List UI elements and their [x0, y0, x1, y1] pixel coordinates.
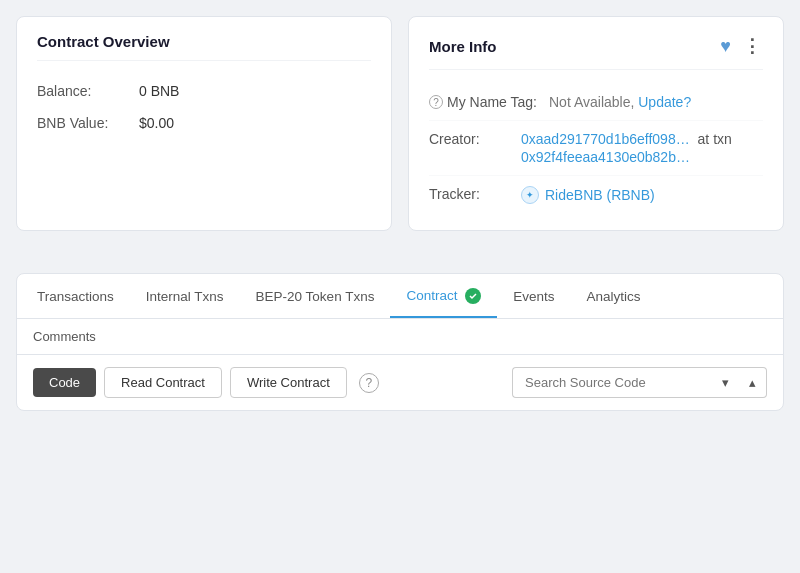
update-link[interactable]: Update? — [638, 94, 691, 110]
bnb-value: $0.00 — [139, 115, 174, 131]
tracker-icon: ✦ — [521, 186, 539, 204]
toolbar-help-icon[interactable]: ? — [359, 373, 379, 393]
balance-row: Balance: 0 BNB — [37, 75, 371, 107]
tab-bep20-token-txns[interactable]: BEP-20 Token Txns — [240, 275, 391, 318]
tabs-section: Transactions Internal Txns BEP-20 Token … — [16, 273, 784, 411]
tab-internal-txns[interactable]: Internal Txns — [130, 275, 240, 318]
contract-overview-card: Contract Overview Balance: 0 BNB BNB Val… — [16, 16, 392, 231]
tab-analytics[interactable]: Analytics — [570, 275, 656, 318]
code-toolbar: Code Read Contract Write Contract ? ▾ ▴ — [17, 355, 783, 410]
tabs-nav: Transactions Internal Txns BEP-20 Token … — [17, 274, 783, 319]
search-chevron-up-button[interactable]: ▴ — [739, 367, 767, 398]
tracker-row: Tracker: ✦ RideBNB (RBNB) — [429, 176, 763, 214]
more-options-button[interactable]: ⋮ — [741, 33, 763, 59]
read-contract-button[interactable]: Read Contract — [104, 367, 222, 398]
more-info-actions: ♥ ⋮ — [718, 33, 763, 59]
creator-label: Creator: — [429, 131, 509, 147]
more-info-card: More Info ♥ ⋮ ? My Name Tag: Not Availab… — [408, 16, 784, 231]
more-info-header: More Info ♥ ⋮ — [429, 33, 763, 70]
bnb-value-row: BNB Value: $0.00 — [37, 107, 371, 139]
tab-contract[interactable]: Contract — [390, 274, 497, 318]
balance-value: 0 BNB — [139, 83, 179, 99]
name-tag-row: ? My Name Tag: Not Available, Update? — [429, 84, 763, 121]
verified-badge — [465, 288, 481, 304]
name-tag-label: ? My Name Tag: — [429, 94, 537, 110]
creator-at: at txn — [698, 131, 732, 147]
creator-address-line: 0xaad291770d1b6eff098… at txn — [521, 131, 736, 147]
dots-icon: ⋮ — [743, 35, 761, 57]
bnb-value-label: BNB Value: — [37, 115, 127, 131]
chevron-up-icon: ▴ — [749, 375, 756, 390]
chevron-down-icon: ▾ — [722, 375, 729, 390]
search-container: ▾ ▴ — [512, 367, 767, 398]
comments-label: Comments — [33, 329, 96, 344]
tab-events[interactable]: Events — [497, 275, 570, 318]
contract-overview-title: Contract Overview — [37, 33, 371, 61]
search-chevron-down-button[interactable]: ▾ — [712, 367, 739, 398]
name-tag-value: Not Available, Update? — [549, 94, 691, 110]
tracker-value: ✦ RideBNB (RBNB) — [521, 186, 655, 204]
creator-txn-link[interactable]: 0x92f4feeaa4130e0b82b… — [521, 149, 736, 165]
creator-links: 0xaad291770d1b6eff098… at txn 0x92f4feea… — [521, 131, 736, 165]
more-info-title: More Info — [429, 38, 497, 55]
write-contract-button[interactable]: Write Contract — [230, 367, 347, 398]
balance-label: Balance: — [37, 83, 127, 99]
tracker-link[interactable]: RideBNB (RBNB) — [545, 187, 655, 203]
search-input[interactable] — [512, 367, 712, 398]
creator-address-link[interactable]: 0xaad291770d1b6eff098… — [521, 131, 690, 147]
tab-transactions[interactable]: Transactions — [33, 275, 130, 318]
code-button[interactable]: Code — [33, 368, 96, 397]
tracker-label: Tracker: — [429, 186, 509, 202]
comments-bar: Comments — [17, 319, 783, 355]
creator-row: Creator: 0xaad291770d1b6eff098… at txn 0… — [429, 121, 763, 176]
name-tag-help-icon[interactable]: ? — [429, 95, 443, 109]
heart-icon: ♥ — [720, 36, 731, 57]
favorite-button[interactable]: ♥ — [718, 34, 733, 59]
